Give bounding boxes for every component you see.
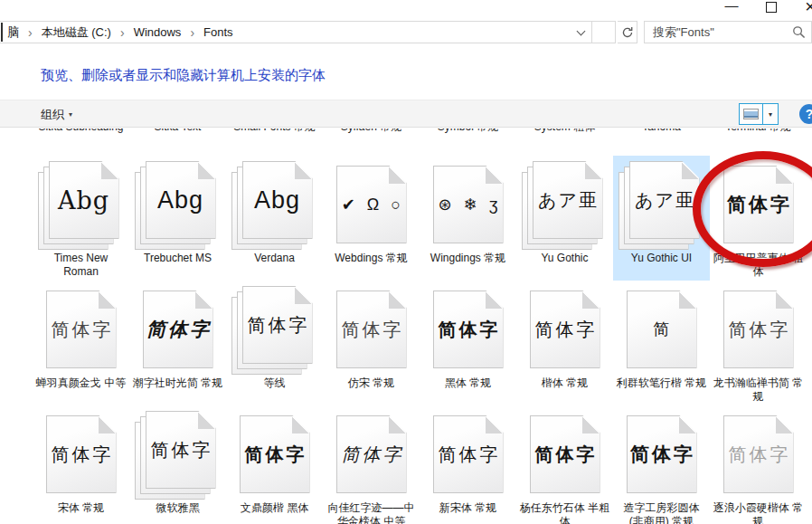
- page-icon: 简体字: [723, 291, 794, 368]
- font-tile-times-new-roman[interactable]: Abg Times New Roman: [33, 156, 129, 281]
- address-dropdown-button[interactable]: [570, 22, 591, 43]
- view-mode-control: ▾: [739, 103, 779, 125]
- help-button[interactable]: ?: [799, 104, 812, 124]
- font-preview-glyph: 简体字: [724, 416, 793, 492]
- font-tile-label[interactable]: Symbol 常规: [420, 129, 516, 152]
- font-tile-chanyu-zhenyan-jinge[interactable]: 简体字 蝉羽真颜金戈 中等: [33, 281, 129, 405]
- page-icon: Abg: [49, 161, 119, 239]
- maximize-button[interactable]: [766, 2, 777, 13]
- page-icon: Abg: [146, 161, 216, 239]
- font-tile-label: 阿里巴巴普惠体 粗体: [710, 252, 807, 279]
- font-tile-label[interactable]: Small Fonts 常规: [226, 129, 323, 152]
- font-preview-glyph: 简体字: [531, 416, 600, 492]
- font-tile-label: 龙书瀚临禅书简 常规: [710, 376, 807, 404]
- close-button[interactable]: ×: [798, 0, 812, 17]
- font-tile-trebuchet-ms[interactable]: Abg Trebuchet MS: [129, 156, 226, 281]
- font-tile-dengxian[interactable]: 简体字 等线: [226, 281, 323, 405]
- dropdown-arrow-icon: ▾: [69, 110, 72, 119]
- breadcrumb: 脑 › 本地磁盘 (C:) › Windows › Fonts: [5, 24, 235, 41]
- font-tile-label: Yu Gothic: [516, 252, 613, 279]
- font-tile-heiti[interactable]: 简体字 黑体 常规: [420, 281, 516, 405]
- search-input[interactable]: [645, 22, 811, 43]
- title-bar: — ×: [0, 0, 812, 18]
- font-preview-glyph: 简体字: [724, 167, 793, 243]
- font-tile-xiangjiahong-zhonghua-jinbang[interactable]: 简体字 向佳红字迹——中华金榜体 中等: [323, 405, 420, 524]
- page-icon: 简体字: [530, 415, 600, 493]
- font-tile-label: 逐浪小霞硬楷体 常规: [710, 501, 807, 524]
- preview-delete-fonts-link[interactable]: 预览、删除或者显示和隐藏计算机上安装的字体: [41, 67, 326, 84]
- font-tile-liqun-ruanbi-xingkai[interactable]: 简 利群软笔行楷 常规: [613, 281, 710, 405]
- page-icon: 简体字: [242, 286, 313, 364]
- change-view-button[interactable]: [739, 103, 763, 125]
- address-bar-divider: [591, 22, 592, 43]
- refresh-button[interactable]: [618, 21, 637, 43]
- font-tile-label[interactable]: Sitka Text: [129, 129, 226, 152]
- font-tile-yu-gothic-ui-selected[interactable]: あア亜 Yu Gothic UI: [613, 156, 710, 281]
- page-icon: 简体字: [46, 291, 117, 368]
- font-preview-glyph: 简体字: [724, 291, 793, 367]
- font-tile-simsun[interactable]: 简体字 宋体 常规: [33, 405, 129, 524]
- font-grid-row: 简体字 蝉羽真颜金戈 中等 简体字 潮字社时光简 常规 简体字 等线 简体字 仿…: [33, 281, 812, 405]
- font-tile-label: 潮字社时光简 常规: [129, 376, 226, 404]
- font-tile-fangsong[interactable]: 简体字 仿宋 常规: [323, 281, 420, 405]
- breadcrumb-fonts[interactable]: Fonts: [202, 25, 235, 39]
- font-tile-microsoft-yahei[interactable]: 简体字 微软雅黑: [129, 405, 226, 524]
- font-tile-longshu-hanlin-chanshu[interactable]: 简体字 龙书瀚临禅书简 常规: [710, 281, 807, 405]
- breadcrumb-separator-icon: ›: [183, 25, 202, 40]
- font-preview-glyph: ⊛ ❄ ʒ: [434, 167, 503, 243]
- font-tile-label: 楷体 常规: [516, 376, 613, 404]
- page-icon: Abg: [242, 161, 313, 239]
- font-tile-label[interactable]: Terminal 常规: [710, 129, 807, 152]
- font-tile-wingdings[interactable]: ⊛ ❄ ʒ Wingdings 常规: [420, 156, 516, 281]
- refresh-icon: [621, 26, 634, 39]
- font-tile-label: 微软雅黑: [129, 501, 226, 524]
- command-toolbar: 组织▾ ▾ ?: [0, 100, 812, 128]
- font-tile-chaozishe-shiguang[interactable]: 简体字 潮字社时光简 常规: [129, 281, 226, 405]
- font-tile-label: 等线: [226, 376, 323, 404]
- breadcrumb-local-disk-c[interactable]: 本地磁盘 (C:): [40, 24, 113, 41]
- font-tile-yangrendong-zhushi[interactable]: 简体字 杨任东竹石体 半粗体: [516, 405, 613, 524]
- font-tile-label: Verdana: [226, 252, 323, 279]
- font-tile-label[interactable]: Tahoma: [613, 129, 710, 152]
- font-preview-glyph: あア亜: [533, 162, 602, 238]
- font-tile-webdings[interactable]: ✔ Ω ○ Webdings 常规: [323, 156, 420, 281]
- font-tile-zaozigongfang-caiyuan[interactable]: 简体字 造字工房彩圆体 (非商用) 常规: [613, 405, 710, 524]
- search-box: [644, 21, 812, 43]
- page-icon: 简体字: [433, 415, 504, 493]
- font-tile-label: 利群软笔行楷 常规: [613, 376, 710, 404]
- font-tile-label: Webdings 常规: [323, 252, 420, 279]
- breadcrumb-windows[interactable]: Windows: [132, 25, 184, 39]
- breadcrumb-this-pc[interactable]: 脑: [5, 24, 21, 41]
- font-tile-label: 仿宋 常规: [323, 376, 420, 404]
- font-tile-label[interactable]: Sylfaen 常规: [323, 129, 420, 152]
- font-preview-glyph: 简体字: [47, 291, 116, 367]
- font-tile-label[interactable]: Sitka Subheading: [33, 129, 129, 152]
- font-tile-label: 蝉羽真颜金戈 中等: [33, 376, 129, 404]
- font-tile-label[interactable]: System 粗体: [516, 129, 613, 152]
- font-preview-glyph: 简体字: [434, 416, 503, 492]
- font-tile-alibaba-puhuiti[interactable]: 简体字 阿里巴巴普惠体 粗体: [710, 156, 807, 281]
- view-options-dropdown[interactable]: ▾: [763, 103, 779, 125]
- page-icon: 简体字: [627, 415, 697, 493]
- font-tile-label: Times New Roman: [33, 252, 129, 279]
- font-grid-row: 简体字 宋体 常规 简体字 微软雅黑 简体字 文鼎颜楷 黑体 简体字 向佳红字迹…: [33, 405, 812, 524]
- page-icon: 简体字: [723, 166, 794, 243]
- page-icon: 简体字: [336, 291, 407, 368]
- font-preview-glyph: 简体字: [337, 416, 406, 492]
- search-icon[interactable]: [792, 25, 806, 39]
- minimize-button[interactable]: —: [720, 0, 743, 13]
- font-tile-wending-yankai[interactable]: 简体字 文鼎颜楷 黑体: [226, 405, 323, 524]
- breadcrumb-separator-icon: ›: [21, 25, 40, 40]
- font-preview-glyph: あア亜: [630, 162, 699, 238]
- organize-menu-button[interactable]: 组织▾: [41, 107, 72, 123]
- font-tile-kaiti[interactable]: 简体字 楷体 常规: [516, 281, 613, 405]
- font-preview-glyph: 简体字: [146, 412, 215, 488]
- font-tile-label: Yu Gothic UI: [613, 252, 710, 279]
- font-tile-zhulang-xiaoxia-yingkai[interactable]: 简体字 逐浪小霞硬楷体 常规: [710, 405, 807, 524]
- chevron-down-icon: [576, 26, 585, 35]
- font-tile-yu-gothic[interactable]: あア亜 Yu Gothic: [516, 156, 613, 281]
- font-preview-glyph: 简体字: [531, 291, 600, 367]
- font-tile-nsimsun[interactable]: 简体字 新宋体 常规: [420, 405, 516, 524]
- page-icon: あア亜: [533, 161, 603, 239]
- font-tile-verdana[interactable]: Abg Verdana: [226, 156, 323, 281]
